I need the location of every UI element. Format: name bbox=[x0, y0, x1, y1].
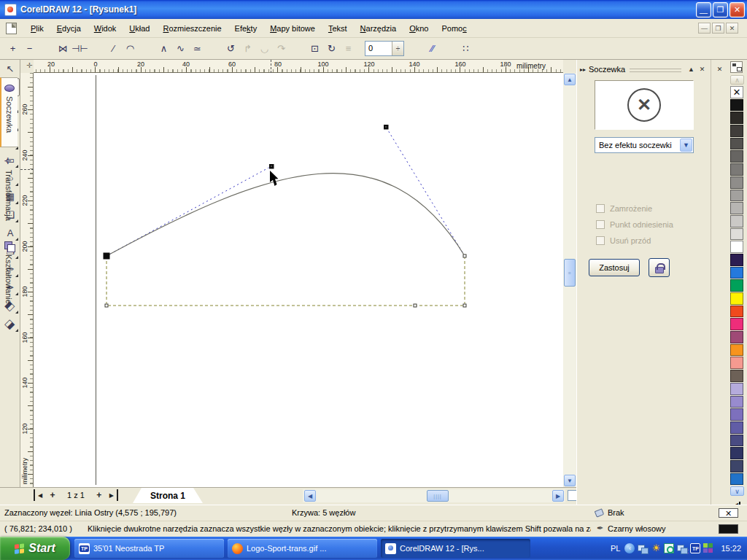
color-swatch[interactable] bbox=[730, 318, 743, 330]
docker-collapse-button[interactable]: ▲ bbox=[686, 64, 697, 74]
propbar-button[interactable]: ◠ bbox=[122, 40, 139, 57]
propbar-button[interactable]: ↱ bbox=[239, 40, 256, 57]
rotation-angle-spinner[interactable]: 0 ÷ bbox=[365, 41, 404, 56]
color-swatch[interactable] bbox=[730, 112, 743, 124]
propbar-button[interactable]: ∷ bbox=[457, 40, 474, 57]
propbar-button[interactable] bbox=[441, 40, 457, 57]
propbar-button[interactable]: ↻ bbox=[323, 40, 340, 57]
first-page-button[interactable]: ◀ bbox=[34, 489, 45, 501]
menu-item[interactable]: Pomoc bbox=[435, 20, 473, 36]
color-swatch[interactable] bbox=[730, 408, 743, 421]
curve-node[interactable] bbox=[105, 304, 109, 308]
hide-icons-arrow[interactable]: ‹ bbox=[624, 543, 635, 553]
propbar-button[interactable]: ∿ bbox=[172, 40, 189, 57]
color-swatch[interactable] bbox=[730, 292, 743, 305]
palette-scroll-up[interactable]: ∧ bbox=[730, 75, 744, 85]
close-button[interactable]: ✕ bbox=[729, 2, 745, 18]
sun-icon[interactable]: ☀ bbox=[651, 543, 661, 553]
menu-item[interactable]: Rozmieszczenie bbox=[156, 20, 228, 36]
propbar-button[interactable]: ∕ bbox=[105, 40, 122, 57]
color-swatch[interactable] bbox=[730, 344, 743, 357]
propbar-button[interactable] bbox=[139, 40, 155, 57]
propbar-button[interactable]: ≃ bbox=[189, 40, 206, 57]
drawing-canvas[interactable] bbox=[34, 73, 563, 487]
spinner-value[interactable]: 0 bbox=[365, 42, 392, 55]
menu-item[interactable]: Narzędzia bbox=[354, 20, 403, 36]
spinner-stepper[interactable]: ÷ bbox=[392, 42, 403, 55]
curve-node[interactable] bbox=[463, 304, 467, 308]
lens-option-checkbox[interactable]: Zamrożenie bbox=[596, 204, 673, 213]
apply-button[interactable]: Zastosuj bbox=[589, 259, 640, 276]
color-swatch[interactable] bbox=[730, 99, 743, 112]
color-swatch[interactable] bbox=[730, 228, 743, 241]
docker-tab-transformacja[interactable]: Transformacja bbox=[0, 152, 18, 232]
color-swatch[interactable] bbox=[730, 421, 743, 434]
propbar-button[interactable]: ⊡ bbox=[306, 40, 323, 57]
menu-item[interactable]: Edycja bbox=[50, 20, 88, 36]
propbar-button[interactable] bbox=[407, 40, 424, 57]
add-page-after-button[interactable]: + bbox=[93, 489, 105, 501]
docker-strip-close-button[interactable]: ✕ bbox=[714, 64, 725, 74]
propbar-button[interactable]: ↷ bbox=[273, 40, 290, 57]
color-swatch[interactable] bbox=[730, 331, 743, 343]
doc-minimize-button[interactable]: — bbox=[698, 23, 711, 34]
menu-item[interactable]: Tekst bbox=[322, 20, 354, 36]
palette-options-icon[interactable] bbox=[730, 61, 743, 73]
color-swatch[interactable] bbox=[730, 254, 743, 266]
color-swatch[interactable] bbox=[730, 215, 743, 228]
color-swatch[interactable] bbox=[730, 176, 743, 189]
propbar-button[interactable]: ∕∕ bbox=[424, 40, 441, 57]
curve-node[interactable] bbox=[414, 304, 417, 308]
checkbox-box[interactable] bbox=[596, 236, 605, 245]
color-swatch[interactable] bbox=[730, 383, 743, 395]
propbar-button[interactable] bbox=[206, 40, 222, 57]
taskbar-task-neostrada[interactable]: 35'01 Neostrada TP bbox=[74, 539, 224, 558]
toolbox-tool[interactable]: ◨ bbox=[1, 315, 20, 333]
propbar-button[interactable] bbox=[88, 40, 105, 57]
menu-item[interactable]: Widok bbox=[88, 20, 123, 36]
doc-close-button[interactable]: ✕ bbox=[726, 23, 738, 34]
checkbox-box[interactable] bbox=[596, 204, 605, 213]
curve-node[interactable] bbox=[104, 253, 110, 260]
taskbar-task-coreldraw[interactable]: CorelDRAW 12 - [Rys... bbox=[381, 539, 530, 558]
color-swatch[interactable] bbox=[730, 241, 743, 253]
network-icon[interactable] bbox=[638, 543, 648, 553]
docker-tab-ksztaltowanie[interactable]: Kształtowanie bbox=[0, 236, 18, 316]
menu-item[interactable]: Plik bbox=[24, 20, 50, 36]
propbar-button[interactable]: ≡ bbox=[340, 40, 357, 57]
color-swatch[interactable] bbox=[730, 163, 743, 176]
ruler-origin-icon[interactable]: ✛ bbox=[26, 61, 32, 69]
color-swatch[interactable] bbox=[730, 150, 743, 163]
scroll-right-button[interactable]: ▶ bbox=[552, 490, 564, 502]
propbar-button[interactable]: ↺ bbox=[222, 40, 239, 57]
start-button[interactable]: Start bbox=[0, 537, 70, 560]
doc-restore-button[interactable]: ❐ bbox=[712, 23, 724, 34]
language-indicator[interactable]: PL bbox=[611, 544, 620, 553]
add-page-before-button[interactable]: + bbox=[47, 489, 58, 501]
menu-item[interactable]: Efekty bbox=[228, 20, 264, 36]
lens-option-checkbox[interactable]: Punkt odniesienia bbox=[596, 220, 673, 229]
color-swatch[interactable] bbox=[730, 190, 743, 202]
propbar-button[interactable] bbox=[290, 40, 306, 57]
color-swatch[interactable] bbox=[730, 370, 743, 382]
tp-tray-icon[interactable]: TP bbox=[690, 543, 700, 553]
horizontal-scroll-thumb[interactable]: |||| bbox=[427, 490, 449, 502]
curve-node[interactable] bbox=[463, 254, 467, 258]
taskbar-task-firefox[interactable]: Logo-Sport-trans.gif ... bbox=[228, 539, 377, 558]
checkbox-box[interactable] bbox=[596, 220, 605, 229]
propbar-button[interactable] bbox=[38, 40, 55, 57]
lens-type-dropdown[interactable]: Bez efektu soczewki ▼ bbox=[595, 137, 694, 153]
capture-icon[interactable] bbox=[664, 543, 674, 553]
color-swatch[interactable]: ✕ bbox=[730, 86, 743, 98]
color-swatch[interactable] bbox=[730, 279, 743, 292]
palette-scroll-down[interactable]: ∨ bbox=[730, 486, 744, 496]
color-swatch[interactable] bbox=[730, 357, 743, 369]
network-error-icon[interactable]: ✕ bbox=[677, 543, 687, 553]
scroll-left-button[interactable]: ◀ bbox=[304, 490, 316, 502]
dropdown-arrow-icon[interactable]: ▼ bbox=[680, 139, 692, 152]
minimize-button[interactable]: — bbox=[696, 2, 711, 18]
propbar-button[interactable]: − bbox=[21, 40, 38, 57]
color-swatch[interactable] bbox=[730, 460, 743, 472]
color-swatch[interactable] bbox=[730, 447, 743, 459]
color-swatch[interactable] bbox=[730, 396, 743, 408]
